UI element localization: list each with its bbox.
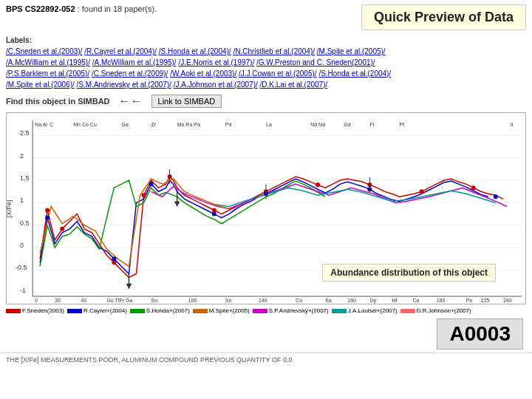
svg-point-51 — [45, 208, 50, 212]
legend-color-3 — [193, 309, 208, 313]
svg-text:100: 100 — [188, 298, 197, 303]
svg-point-68 — [494, 194, 498, 199]
svg-point-58 — [316, 183, 320, 187]
svg-text:Na Al: Na Al — [35, 122, 47, 127]
svg-text:-1: -1 — [20, 287, 26, 294]
found-text: : found in 18 paper(s). — [78, 4, 157, 13]
ref-link-2[interactable]: /S.Honda et al.(2004)/ — [159, 47, 231, 55]
svg-point-60 — [420, 189, 424, 194]
svg-point-64 — [149, 182, 154, 186]
svg-text:Ge: Ge — [121, 122, 128, 127]
ref-link-1[interactable]: /R.Cayrel et al.(2004)/ — [84, 47, 157, 55]
bps-info: BPS CS22892-052 : found in 18 paper(s). — [6, 4, 354, 13]
ref-link-4[interactable]: /M.Spite et al.(2005)/ — [317, 47, 386, 55]
svg-point-62 — [45, 216, 50, 220]
ref-link-8[interactable]: /G.W.Preston and C. Sneden(2001)/ — [256, 58, 375, 66]
legend-color-1 — [67, 309, 82, 313]
ref-link-14[interactable]: /M.Spite et al.(2006)/ — [6, 81, 75, 89]
ref-link-7[interactable]: /J.E.Norris et al.(1997)/ — [178, 58, 254, 66]
legend-label-2: S.Honda+(2007) — [146, 307, 190, 314]
quick-preview-title: Quick Preview of Data — [361, 4, 526, 30]
ref-link-10[interactable]: /C.Sneden et al.(2009)/ — [92, 69, 168, 78]
legend-label-4: S.P.Andrievsky+(2007) — [269, 307, 329, 314]
svg-text:Fr: Fr — [369, 122, 375, 127]
svg-text:La: La — [266, 122, 272, 127]
svg-text:Go TlFr Ga: Go TlFr Ga — [106, 298, 132, 303]
svg-text:2: 2 — [20, 152, 24, 160]
ref-link-13[interactable]: /S.Honda et al.(2004)/ — [318, 69, 391, 78]
ref-link-12[interactable]: /J.J.Cowan et al.(2005)/ — [239, 69, 317, 78]
svg-text:Mo Ru Pa: Mo Ru Pa — [177, 122, 200, 127]
svg-point-54 — [142, 193, 146, 197]
svg-text:Sn: Sn — [151, 298, 158, 303]
svg-text:Mn Co Cu: Mn Co Cu — [73, 122, 97, 127]
legend-label-5: J.A.Louisel+(2007) — [348, 307, 398, 314]
svg-point-65 — [212, 212, 216, 216]
legend-item-5: J.A.Louisel+(2007) — [332, 307, 398, 314]
svg-text:Gd: Gd — [344, 122, 350, 127]
svg-text:Sn: Sn — [225, 298, 232, 303]
svg-text:1.5: 1.5 — [20, 174, 30, 182]
simbad-row: Find this object in SIMBAD ←← Link to SI… — [0, 92, 532, 111]
ref-link-11[interactable]: /W.Aoki et al.(2003)/ — [170, 69, 236, 78]
find-simbad-text: Find this object in SIMBAD — [6, 97, 110, 106]
svg-text:Dy: Dy — [369, 298, 376, 304]
legend-item-0: F.Sneden(2003) — [6, 307, 64, 314]
abundance-label: Abundance distribution of this object — [322, 264, 496, 282]
svg-text:20: 20 — [55, 298, 61, 303]
simbad-link-button[interactable]: Link to SIMBAD — [151, 95, 222, 108]
svg-text:1: 1 — [20, 197, 24, 204]
svg-text:Sa: Sa — [325, 298, 332, 303]
bottom-section: A0003 — [0, 316, 532, 352]
ref-link-17[interactable]: /D.K.Lai et al.(2007)/ — [260, 81, 328, 89]
svg-text:0: 0 — [35, 298, 38, 303]
svg-text:140: 140 — [259, 298, 267, 303]
legend-color-5 — [332, 309, 347, 313]
page-container: BPS CS22892-052 : found in 18 paper(s). … — [0, 0, 532, 399]
legend-row: F.Sneden(2003) R.Cayrel+(2004) S.Honda+(… — [0, 306, 532, 316]
svg-text:Co: Co — [413, 298, 420, 303]
svg-text:2.5: 2.5 — [20, 129, 30, 137]
footer-content: THE [X/Fe] MEASUREMENTS POOR, ALUMINUM C… — [6, 356, 292, 364]
svg-text:Po: Po — [466, 298, 473, 303]
svg-text:ll: ll — [511, 122, 514, 127]
svg-text:240: 240 — [503, 298, 512, 303]
svg-point-61 — [471, 185, 476, 190]
legend-label-3: M.Spite+(2005) — [209, 307, 250, 314]
legend-color-4 — [253, 309, 267, 313]
svg-text:Hf: Hf — [392, 298, 397, 303]
svg-text:225: 225 — [481, 298, 490, 303]
legend-color-2 — [130, 309, 145, 313]
ref-link-6[interactable]: /A.McWilliam et al.(1995)/ — [92, 58, 177, 66]
ref-link-5[interactable]: /A.McWilliam et al.(1995)/ — [6, 58, 90, 66]
ref-link-3[interactable]: /N.Christlieb et al.(2004)/ — [233, 47, 315, 55]
legend-color-0 — [6, 309, 21, 313]
legend-label-0: F.Sneden(2003) — [22, 307, 64, 314]
a0003-badge: A0003 — [437, 318, 523, 349]
legend-color-6 — [400, 309, 415, 313]
labels-title: Labels: — [6, 36, 32, 44]
ref-link-15[interactable]: /S.M.Andrievsky et al.(2007)/ — [77, 81, 171, 89]
svg-text:Pt: Pt — [400, 122, 405, 127]
labels-section: Labels: /C.Sneden et al.(2003)/ /R.Cayre… — [0, 33, 532, 92]
svg-text:0.5: 0.5 — [20, 219, 30, 227]
svg-text:-0.5: -0.5 — [16, 264, 27, 271]
labels-links: /C.Sneden et al.(2003)/ /R.Cayrel et al.… — [6, 46, 526, 90]
legend-item-3: M.Spite+(2005) — [193, 307, 250, 314]
arrow-icon: ←← — [119, 95, 143, 108]
legend-item-2: S.Honda+(2007) — [130, 307, 190, 314]
ref-link-0[interactable]: /C.Sneden et al.(2003)/ — [6, 47, 82, 55]
svg-text:[X/Fe]: [X/Fe] — [7, 200, 13, 217]
legend-label-1: R.Cayrel+(2004) — [83, 307, 127, 314]
svg-text:C: C — [50, 122, 53, 127]
svg-text:Nd Nd: Nd Nd — [310, 122, 325, 127]
svg-text:Pd: Pd — [225, 122, 232, 127]
legend-item-6: D.R.Johnson+(2007) — [400, 307, 471, 314]
ref-link-16[interactable]: /J.A.Johnson et al.(2007)/ — [174, 81, 258, 89]
svg-text:Zr: Zr — [151, 122, 157, 127]
svg-text:40: 40 — [81, 298, 86, 303]
legend-label-6: D.R.Johnson+(2007) — [417, 307, 471, 314]
footer-text: THE [X/Fe] MEASUREMENTS POOR, ALUMINUM C… — [0, 352, 532, 366]
svg-text:180: 180 — [437, 298, 446, 303]
ref-link-9[interactable]: /P.S.Barklem et al.(2005)/ — [6, 69, 89, 78]
